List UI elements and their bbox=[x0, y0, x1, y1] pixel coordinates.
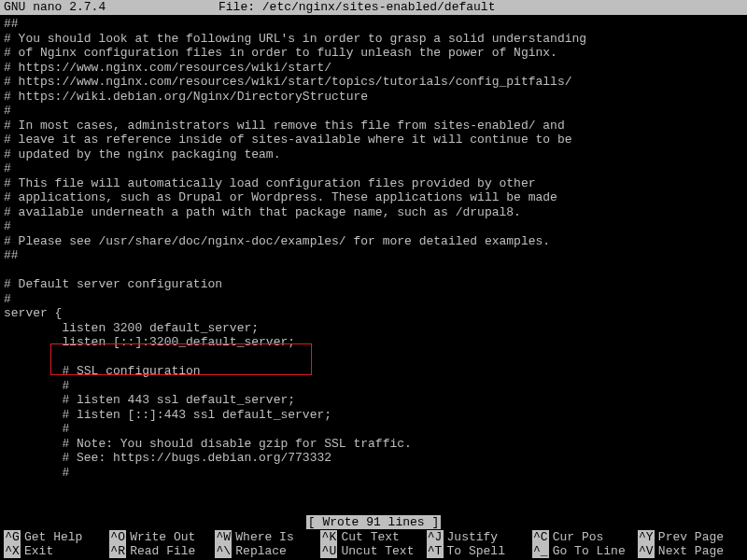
shortcut-label: Get Help bbox=[24, 530, 82, 545]
shortcut-label: Prev Page bbox=[658, 530, 724, 545]
shortcut-key: ^X bbox=[4, 544, 21, 559]
shortcut-item[interactable]: ^JJustify bbox=[427, 530, 532, 544]
shortcut-label: Go To Line bbox=[553, 544, 626, 559]
shortcut-item[interactable]: ^GGet Help bbox=[4, 530, 109, 544]
shortcut-label: Read File bbox=[130, 544, 195, 559]
shortcut-item[interactable]: ^KCut Text bbox=[320, 530, 426, 544]
shortcut-label: Cut Text bbox=[341, 530, 399, 545]
shortcut-key: ^Y bbox=[638, 530, 655, 545]
shortcut-item[interactable]: ^CCur Pos bbox=[532, 530, 638, 544]
editor-line[interactable] bbox=[4, 263, 743, 278]
editor-line[interactable]: # bbox=[4, 161, 743, 176]
shortcut-item[interactable]: ^WWhere Is bbox=[215, 530, 320, 544]
editor-line[interactable]: listen [::]:3200_default_server; bbox=[4, 335, 743, 350]
titlebar: GNU nano 2.7.4 File: /etc/nginx/sites-en… bbox=[0, 0, 747, 15]
editor-line[interactable]: # listen 443 ssl default_server; bbox=[4, 393, 743, 408]
shortcut-label: Next Page bbox=[658, 544, 724, 559]
editor-line[interactable]: # See: https://bugs.debian.org/773332 bbox=[4, 451, 743, 466]
editor-line[interactable]: ## bbox=[4, 17, 743, 32]
editor-line[interactable]: # listen [::]:443 ssl default_server; bbox=[4, 408, 743, 423]
editor-line[interactable]: # This file will automatically load conf… bbox=[4, 176, 743, 191]
editor-line[interactable]: # Note: You should disable gzip for SSL … bbox=[4, 437, 743, 452]
shortcut-item[interactable]: ^UUncut Text bbox=[320, 544, 426, 558]
shortcut-key: ^U bbox=[320, 544, 337, 559]
shortcut-row-1: ^GGet Help^OWrite Out^WWhere Is^KCut Tex… bbox=[4, 530, 743, 544]
editor-line[interactable]: # of Nginx configuration files in order … bbox=[4, 46, 743, 61]
shortcut-label: Exit bbox=[24, 544, 53, 559]
editor-line[interactable]: # bbox=[4, 379, 743, 394]
shortcut-key: ^V bbox=[638, 544, 655, 559]
file-path: File: /etc/nginx/sites-enabled/default bbox=[218, 0, 495, 15]
shortcut-row-2: ^XExit^RRead File^\Replace^UUncut Text^T… bbox=[4, 544, 743, 558]
editor-line[interactable]: # available underneath a path with that … bbox=[4, 205, 743, 220]
editor-line[interactable]: # bbox=[4, 219, 743, 234]
shortcut-key: ^K bbox=[320, 530, 337, 545]
shortcut-key: ^\ bbox=[215, 544, 232, 559]
shortcut-bar: ^GGet Help^OWrite Out^WWhere Is^KCut Tex… bbox=[0, 530, 747, 560]
shortcut-key: ^W bbox=[215, 530, 232, 545]
shortcut-item[interactable]: ^VNext Page bbox=[638, 544, 743, 558]
editor-line[interactable]: # Please see /usr/share/doc/nginx-doc/ex… bbox=[4, 234, 743, 249]
editor-line[interactable]: server { bbox=[4, 306, 743, 321]
editor-line[interactable]: # updated by the nginx packaging team. bbox=[4, 147, 743, 162]
editor-line[interactable]: # https://wiki.debian.org/Nginx/Director… bbox=[4, 90, 743, 105]
shortcut-key: ^J bbox=[427, 530, 444, 545]
editor-line[interactable]: # applications, such as Drupal or Wordpr… bbox=[4, 190, 743, 205]
shortcut-label: To Spell bbox=[447, 544, 505, 559]
shortcut-key: ^_ bbox=[532, 544, 549, 559]
shortcut-item[interactable]: ^_Go To Line bbox=[532, 544, 638, 558]
shortcut-item[interactable]: ^OWrite Out bbox=[109, 530, 215, 544]
shortcut-label: Justify bbox=[447, 530, 499, 545]
editor-line[interactable]: ## bbox=[4, 248, 743, 263]
app-version: GNU nano 2.7.4 bbox=[4, 0, 218, 15]
editor-line[interactable]: # https://www.nginx.com/resources/wiki/s… bbox=[4, 75, 743, 90]
editor-line[interactable]: # bbox=[4, 466, 743, 481]
shortcut-key: ^G bbox=[4, 530, 21, 545]
shortcut-item[interactable]: ^YPrev Page bbox=[638, 530, 743, 544]
shortcut-item[interactable]: ^RRead File bbox=[109, 544, 215, 558]
editor-line[interactable]: # bbox=[4, 422, 743, 437]
shortcut-key: ^R bbox=[109, 544, 126, 559]
shortcut-label: Where Is bbox=[235, 530, 293, 545]
editor-line[interactable] bbox=[4, 350, 743, 365]
shortcut-label: Uncut Text bbox=[341, 544, 414, 559]
editor-line[interactable]: # bbox=[4, 104, 743, 119]
shortcut-label: Cur Pos bbox=[553, 530, 604, 545]
shortcut-label: Replace bbox=[235, 544, 287, 559]
editor-line[interactable]: # In most cases, administrators will rem… bbox=[4, 119, 743, 133]
shortcut-label: Write Out bbox=[130, 530, 195, 545]
editor-line[interactable]: # bbox=[4, 292, 743, 307]
editor-line[interactable]: # https://www.nginx.com/resources/wiki/s… bbox=[4, 61, 743, 76]
status-bar: [ Wrote 91 lines ] bbox=[0, 515, 747, 530]
editor-line[interactable]: # SSL configuration bbox=[4, 364, 743, 379]
shortcut-item[interactable]: ^\Replace bbox=[215, 544, 320, 558]
editor-line[interactable]: # You should look at the following URL's… bbox=[4, 32, 743, 47]
editor-line[interactable]: # Default server configuration bbox=[4, 277, 743, 292]
shortcut-item[interactable]: ^TTo Spell bbox=[427, 544, 532, 558]
editor-line[interactable]: # leave it as reference inside of sites-… bbox=[4, 133, 743, 147]
shortcut-key: ^C bbox=[532, 530, 549, 545]
editor-line[interactable]: listen 3200 default_server; bbox=[4, 321, 743, 336]
shortcut-item[interactable]: ^XExit bbox=[4, 544, 109, 558]
shortcut-key: ^O bbox=[109, 530, 126, 545]
editor-content[interactable]: ### You should look at the following URL… bbox=[0, 15, 747, 480]
shortcut-key: ^T bbox=[427, 544, 444, 559]
status-message: [ Wrote 91 lines ] bbox=[306, 515, 441, 529]
